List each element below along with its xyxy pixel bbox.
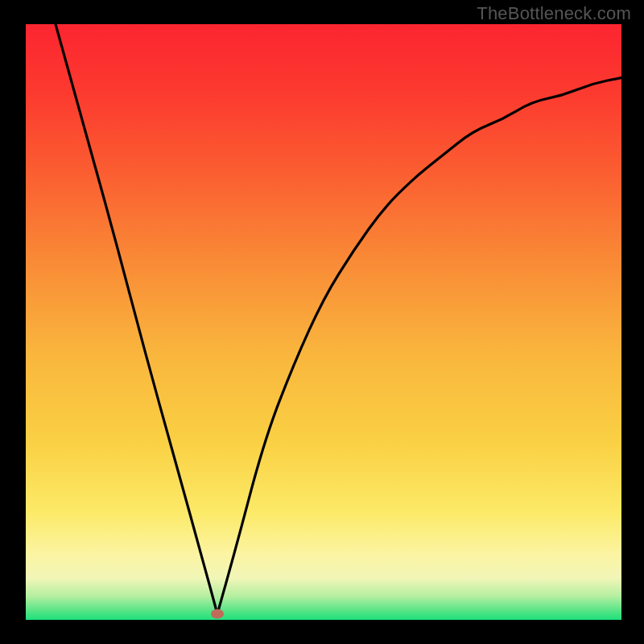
optimum-marker	[211, 609, 224, 619]
watermark-text: TheBottleneck.com	[477, 3, 631, 24]
chart-frame: TheBottleneck.com	[0, 0, 644, 644]
bottleneck-curve	[26, 24, 621, 620]
plot-area	[26, 24, 621, 620]
curve-line	[56, 24, 621, 614]
